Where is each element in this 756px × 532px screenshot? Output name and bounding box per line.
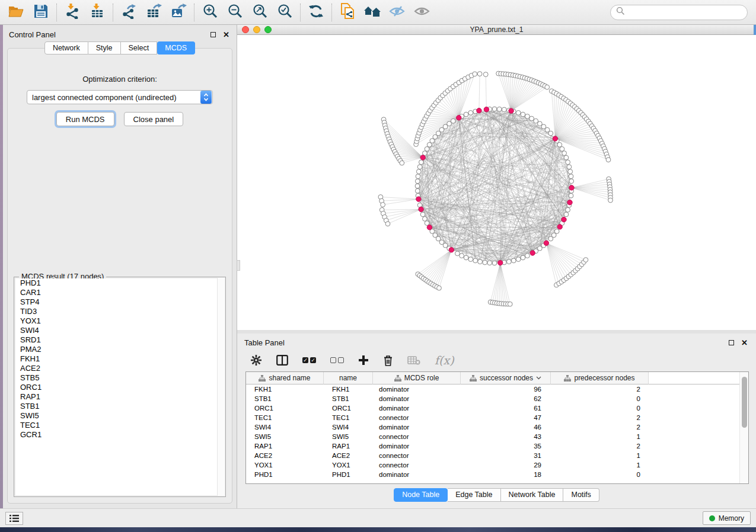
mcds-result-item[interactable]: STB5 — [15, 373, 224, 383]
zoom-fit-button[interactable] — [247, 2, 272, 23]
zoom-selected-button[interactable] — [272, 2, 297, 23]
graph-node[interactable] — [460, 254, 464, 258]
graph-node[interactable] — [521, 112, 525, 117]
mcds-hub-node[interactable] — [569, 185, 574, 190]
mcds-result-item[interactable]: YOX1 — [15, 316, 224, 326]
graph-node[interactable] — [473, 258, 478, 263]
mcds-result-item[interactable]: CAR1 — [15, 288, 224, 297]
search-input[interactable] — [625, 8, 742, 17]
graph-node[interactable] — [443, 124, 448, 129]
mcds-result-item[interactable]: RAP1 — [15, 392, 224, 402]
graph-node[interactable] — [538, 121, 543, 126]
graph-node[interactable] — [415, 179, 420, 184]
graph-node[interactable] — [562, 151, 567, 156]
run-mcds-button[interactable]: Run MCDS — [56, 112, 114, 126]
mcds-hub-node[interactable] — [457, 116, 461, 120]
table-scrollbar-thumb[interactable] — [742, 377, 747, 428]
mcds-result-item[interactable]: PMA2 — [15, 345, 224, 354]
graph-node[interactable] — [451, 118, 455, 123]
graph-node[interactable] — [425, 147, 429, 152]
graph-node[interactable] — [455, 251, 460, 256]
duplicate-network-button[interactable] — [335, 2, 360, 23]
import-table-button[interactable] — [85, 2, 110, 23]
mcds-result-item[interactable]: SWI5 — [15, 411, 224, 421]
table-row[interactable]: RAP1RAP1dominator352 — [246, 441, 748, 451]
tab-style[interactable]: Style — [88, 41, 121, 55]
graph-node[interactable] — [511, 258, 516, 263]
graph-node[interactable] — [464, 255, 468, 260]
graph-node[interactable] — [569, 193, 573, 198]
mcds-result-item[interactable]: PHD1 — [15, 278, 224, 288]
graph-node[interactable] — [400, 161, 404, 165]
mcds-hub-node[interactable] — [567, 200, 572, 205]
graph-node[interactable] — [557, 142, 562, 147]
mcds-result-item[interactable]: SRD1 — [15, 335, 224, 345]
graph-node[interactable] — [477, 72, 482, 76]
graph-node[interactable] — [521, 255, 525, 260]
show-columns-button[interactable] — [276, 355, 288, 366]
mcds-result-list[interactable]: PHD1CAR1STP4TID3YOX1SWI4SRD1PMA2FKH1ACE2… — [15, 278, 224, 495]
criterion-select[interactable]: largest connected component (undirected) — [27, 90, 213, 104]
zoom-out-button[interactable] — [222, 2, 247, 23]
graph-node[interactable] — [516, 111, 521, 116]
tab-mcds[interactable]: MCDS — [157, 41, 195, 55]
mcds-result-item[interactable]: STB1 — [15, 402, 224, 411]
search-box[interactable] — [610, 5, 748, 20]
tab-network[interactable]: Network — [44, 41, 88, 55]
mcds-hub-node[interactable] — [498, 260, 503, 265]
graph-node[interactable] — [497, 107, 502, 111]
network-window-titlebar[interactable]: YPA_prune.txt_1 — [237, 25, 756, 35]
mcds-hub-node[interactable] — [509, 108, 513, 113]
mcds-hub-node[interactable] — [477, 108, 481, 113]
graph-node[interactable] — [569, 179, 574, 184]
mcds-hub-node[interactable] — [544, 241, 548, 245]
delete-column-button[interactable] — [383, 355, 393, 366]
mcds-hub-node[interactable] — [484, 107, 489, 112]
graph-node[interactable] — [567, 165, 572, 169]
table-row[interactable]: PHD1PHD1dominator180 — [246, 470, 748, 479]
graph-node[interactable] — [416, 174, 420, 179]
graph-node[interactable] — [508, 302, 512, 306]
mcds-result-item[interactable]: TEC1 — [15, 421, 224, 430]
graph-node[interactable] — [564, 212, 569, 217]
graph-node[interactable] — [483, 72, 488, 77]
graph-node[interactable] — [583, 258, 588, 262]
hide-selected-button[interactable] — [385, 2, 410, 23]
graph-node[interactable] — [560, 147, 564, 152]
save-session-button[interactable] — [28, 2, 53, 23]
mcds-hub-node[interactable] — [416, 197, 421, 201]
open-file-button[interactable] — [4, 2, 28, 23]
tab-node-table[interactable]: Node Table — [394, 488, 448, 502]
graph-node[interactable] — [419, 160, 424, 165]
mcds-hub-node[interactable] — [530, 251, 535, 255]
unselect-all-columns-button[interactable] — [330, 357, 344, 363]
tab-network-table[interactable]: Network Table — [501, 488, 564, 502]
graph-node[interactable] — [529, 116, 534, 121]
column-header-predecessor-nodes[interactable]: predecessor nodes — [551, 372, 649, 384]
memory-button[interactable]: Memory — [703, 511, 751, 525]
table-row[interactable]: SWI4SWI4dominator462 — [246, 422, 748, 432]
task-history-button[interactable] — [5, 512, 23, 525]
table-row[interactable]: TEC1TEC1connector472 — [246, 413, 748, 422]
mcds-list-scrollbar[interactable] — [217, 278, 225, 496]
table-row[interactable]: SWI5SWI5connector431 — [246, 432, 748, 441]
mcds-hub-node[interactable] — [553, 136, 557, 141]
graph-node[interactable] — [606, 158, 611, 162]
show-all-button[interactable] — [410, 2, 435, 23]
mcds-hub-node[interactable] — [557, 225, 562, 229]
table-row[interactable]: FKH1FKH1dominator962 — [246, 384, 748, 394]
network-canvas[interactable] — [237, 35, 756, 330]
graph-node[interactable] — [423, 217, 428, 222]
graph-node[interactable] — [507, 259, 512, 264]
graph-node[interactable] — [473, 72, 477, 76]
mcds-result-item[interactable]: SWI4 — [15, 326, 224, 335]
graph-node[interactable] — [468, 257, 473, 262]
graph-node[interactable] — [566, 207, 570, 212]
column-header-name[interactable]: name — [324, 372, 373, 384]
tab-select[interactable]: Select — [121, 41, 158, 55]
column-header-shared-name[interactable]: shared name — [246, 372, 324, 384]
refresh-layout-button[interactable] — [304, 2, 328, 23]
graph-node[interactable] — [416, 169, 421, 174]
mcds-result-item[interactable]: ACE2 — [15, 364, 224, 373]
graph-node[interactable] — [554, 229, 559, 234]
